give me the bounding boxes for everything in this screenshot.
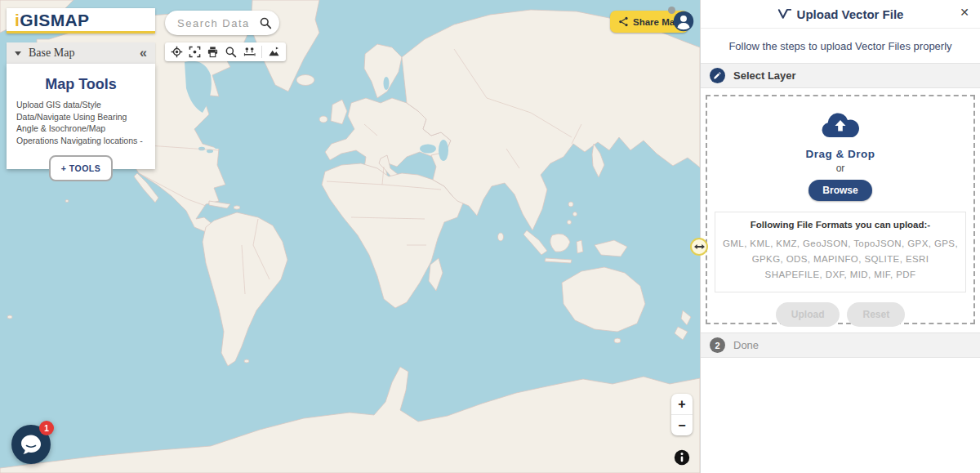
edit-step-icon	[710, 68, 725, 83]
step2-wrap: 2 Done	[701, 332, 980, 358]
zoom-control: + −	[671, 394, 693, 435]
zoom-out-button[interactable]: −	[671, 415, 693, 435]
measure-distance-icon[interactable]	[243, 46, 256, 58]
focus-extent-icon[interactable]	[189, 46, 201, 58]
step2-label: Done	[733, 339, 759, 351]
cloud-upload-icon	[819, 110, 862, 141]
chat-launcher[interactable]: 1	[11, 425, 51, 464]
tools-button[interactable]: + TOOLS	[49, 155, 114, 181]
step1-label: Select Layer	[733, 69, 796, 82]
step-select-layer[interactable]: Select Layer	[701, 63, 980, 88]
panel-title: Upload Vector File	[797, 7, 904, 21]
logo-rest: GISMAP	[20, 11, 89, 29]
file-formats-list: GML, KML, KMZ, GeoJSON, TopoJSON, GPX, G…	[722, 236, 959, 283]
pencil-icon	[713, 71, 722, 80]
step-done[interactable]: 2 Done	[701, 332, 980, 358]
zoom-search-icon[interactable]	[225, 46, 237, 58]
file-formats-title: Following File Formats you can upload:-	[722, 220, 959, 230]
map-tools-card: Map Tools Upload GIS data/Style Data/Nav…	[7, 64, 155, 169]
upload-vector-panel: Upload Vector File ✕ Follow the steps to…	[700, 0, 980, 473]
search-icon[interactable]	[259, 16, 272, 29]
dropzone-actions: Upload Reset	[707, 302, 973, 327]
share-icon	[618, 16, 629, 27]
base-map-dropdown[interactable]: Base Map «	[7, 42, 155, 64]
file-dropzone[interactable]: Drag & Drop or Browse Following File For…	[706, 95, 975, 324]
basemap-gallery-icon[interactable]	[268, 46, 280, 58]
map-tools-description: Upload GIS data/Style Data/Navigate Usin…	[16, 99, 145, 147]
my-location-icon[interactable]	[171, 46, 183, 58]
step2-number: 2	[710, 337, 725, 353]
account-icon[interactable]	[672, 10, 695, 33]
toolbar-divider	[261, 46, 262, 58]
drag-drop-label: Drag & Drop	[707, 148, 973, 160]
browse-button[interactable]: Browse	[808, 180, 871, 201]
close-icon[interactable]: ✕	[960, 7, 969, 18]
file-formats-box: Following File Formats you can upload:- …	[715, 212, 966, 292]
horizontal-resize-icon	[694, 243, 705, 250]
reset-button[interactable]: Reset	[847, 302, 905, 327]
attribution-info-icon[interactable]	[674, 449, 690, 466]
collapse-sidebar-button[interactable]: «	[140, 47, 147, 60]
map-tools-title: Map Tools	[7, 76, 155, 93]
dropdown-caret-icon	[15, 51, 21, 56]
app-window: iGISMAP Base Map « Map Tools Upload GIS …	[0, 0, 980, 473]
zoom-in-button[interactable]: +	[671, 394, 693, 414]
panel-resize-handle[interactable]	[690, 238, 708, 256]
logo-text: iGISMAP	[15, 11, 90, 29]
base-map-label: Base Map	[29, 47, 74, 60]
panel-header: Upload Vector File ✕	[701, 0, 980, 29]
panel-subtitle: Follow the steps to upload Vector Files …	[701, 29, 980, 63]
print-icon[interactable]	[207, 46, 219, 58]
upload-button[interactable]: Upload	[776, 302, 840, 327]
or-label: or	[707, 163, 973, 174]
logo[interactable]: iGISMAP	[7, 8, 155, 33]
vector-file-icon	[777, 8, 791, 20]
chat-unread-badge: 1	[39, 421, 54, 435]
search-box	[165, 11, 279, 35]
map-toolbar	[165, 42, 286, 61]
